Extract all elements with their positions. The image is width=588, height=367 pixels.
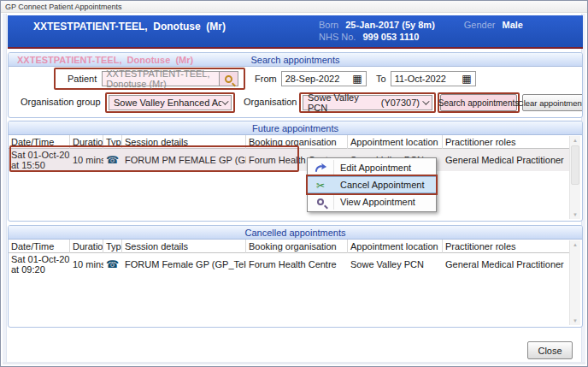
col-booking-organisation[interactable]: Booking organisation — [246, 135, 348, 149]
born-label: Born — [319, 20, 338, 30]
clear-appointments-button[interactable]: Clear appointments — [522, 94, 583, 111]
cancelled-section-header: Cancelled appointments — [9, 226, 582, 240]
search-section-header: XXTESTPATIENT-TEEL, Donotuse (Mr) Search… — [9, 53, 582, 67]
search-appointments-panel: XXTESTPATIENT-TEEL, Donotuse (Mr) Search… — [8, 52, 583, 118]
patient-name: XXTESTPATIENT-TEEL, Donotuse (Mr) — [33, 21, 226, 33]
cell-appointment-location: Sowe Valley PCN — [348, 259, 443, 269]
patient-label: Patient — [68, 74, 97, 84]
search-appointments-button[interactable]: Search appointments — [440, 94, 517, 111]
scroll-down-icon[interactable]: ▼ — [570, 317, 580, 325]
search-section-title: Search appointments — [251, 55, 340, 65]
cancel-icon: ✂ — [314, 180, 327, 192]
to-date-input[interactable]: 11-Oct-2022 ▦ — [391, 71, 476, 86]
future-table-header: Date/Time Duration Type Session details … — [9, 135, 570, 149]
from-date-value: 28-Sep-2022 — [285, 74, 340, 84]
scrollbar-thumb[interactable] — [571, 145, 579, 185]
cell-practitioner-roles: General Medical Practitioner — [443, 259, 570, 269]
col-session-details[interactable]: Session details — [122, 240, 246, 253]
scroll-up-icon[interactable]: ▲ — [570, 240, 580, 249]
annotation-box-patient: Patient XXTESTPATIENT-TEEL, Donotuse (Mr… — [54, 68, 245, 90]
cell-session-details: FORUM Female GP (GP_Telephone) — [122, 259, 246, 269]
nhs-value: 999 053 1110 — [362, 32, 419, 42]
menu-item-edit-appointment[interactable]: Edit Appointment — [308, 159, 436, 176]
calendar-icon[interactable]: ▦ — [462, 74, 471, 84]
ghost-artifact-text: XXTESTPATIENT-TEEL, Donotuse (Mr) — [17, 53, 193, 67]
org-group-label: Organisation group — [21, 97, 101, 107]
future-appointments-panel: Future appointments Date/Time Duration T… — [8, 121, 583, 222]
cell-booking-organisation: Forum Health Centre — [246, 259, 348, 269]
close-button[interactable]: Close — [527, 341, 573, 359]
patient-demographics: Born 25-Jan-2017 (5y 8m) Gender Male NHS… — [319, 20, 576, 44]
organisation-value: Sowe Valley PCN — [308, 92, 381, 113]
col-practitioner-roles[interactable]: Practitioner roles — [443, 240, 570, 253]
calendar-icon[interactable]: ▦ — [352, 74, 362, 84]
col-type[interactable]: Type — [103, 135, 122, 149]
gender-value: Male — [503, 20, 523, 30]
org-label: Organisation — [244, 97, 297, 107]
col-appointment-location[interactable]: Appointment location — [348, 135, 443, 149]
org-group-value: Sowe Valley Enhanced Access Hub — [114, 98, 221, 108]
gp-connect-dialog: GP Connect Patient Appointments XXTESTPA… — [0, 0, 588, 367]
organisation-dropdown[interactable]: Sowe Valley PCN (Y07307) — [303, 95, 432, 110]
menu-item-view-appointment[interactable]: View Appointment — [308, 193, 436, 210]
patient-input-value: XXTESTPATIENT-TEEL, Donotuse (Mr) — [106, 68, 215, 89]
from-field-group: From 28-Sep-2022 ▦ — [255, 71, 367, 86]
cell-date-time: Sat 01-Oct-2022 at 09:20 — [9, 254, 70, 275]
close-button-label: Close — [538, 346, 562, 356]
future-appointment-row[interactable]: Sat 01-Oct-2022 at 15:50 10 mins ☎ FORUM… — [9, 149, 570, 171]
menu-item-label: View Appointment — [340, 197, 415, 207]
born-value: 25-Jan-2017 (5y 8m) — [345, 20, 435, 30]
menu-item-cancel-appointment[interactable]: ✂ Cancel Appointment — [308, 176, 436, 193]
window-title: GP Connect Patient Appointments — [5, 3, 121, 11]
cancelled-section-title: Cancelled appointments — [244, 228, 345, 238]
window-titlebar[interactable]: GP Connect Patient Appointments — [1, 1, 587, 13]
magnifier-icon — [225, 75, 232, 83]
col-practitioner-roles[interactable]: Practitioner roles — [443, 135, 570, 149]
future-table-scrollbar[interactable]: ▲ ▼ — [569, 136, 580, 219]
from-label: From — [255, 74, 277, 84]
menu-item-label: Cancel Appointment — [340, 180, 424, 190]
future-section-header: Future appointments — [9, 121, 582, 135]
col-booking-organisation[interactable]: Booking organisation — [246, 240, 348, 253]
future-section-title: Future appointments — [252, 123, 338, 133]
clear-appointments-button-label: Clear appointments — [518, 98, 583, 108]
cancelled-appointments-panel: Cancelled appointments Date/Time Duratio… — [8, 225, 583, 328]
patient-input[interactable]: XXTESTPATIENT-TEEL, Donotuse (Mr) — [102, 71, 220, 86]
telephone-icon: ☎ — [103, 258, 122, 270]
col-duration[interactable]: Duration — [70, 135, 103, 149]
scroll-up-icon[interactable]: ▲ — [570, 136, 580, 145]
search-appointments-button-label: Search appointments — [438, 98, 520, 108]
telephone-icon: ☎ — [103, 154, 122, 166]
nhs-label: NHS No. — [319, 32, 356, 42]
annotation-box-organisation: Sowe Valley PCN (Y07307) — [299, 92, 436, 113]
edit-icon — [314, 162, 327, 174]
patient-search-button[interactable] — [220, 71, 238, 86]
appointment-context-menu: Edit Appointment ✂ Cancel Appointment Vi… — [307, 157, 437, 212]
from-date-input[interactable]: 28-Sep-2022 ▦ — [281, 71, 367, 86]
cell-practitioner-roles: General Medical Practitioner — [443, 155, 570, 165]
view-icon — [314, 196, 327, 208]
annotation-box-search-button: Search appointments — [438, 92, 520, 113]
to-date-value: 11-Oct-2022 — [395, 74, 446, 84]
cancelled-appointment-row[interactable]: Sat 01-Oct-2022 at 09:20 10 mins ☎ FORUM… — [9, 253, 570, 275]
col-appointment-location[interactable]: Appointment location — [348, 240, 443, 253]
scroll-down-icon[interactable]: ▼ — [570, 210, 580, 219]
to-field-group: To 11-Oct-2022 ▦ — [376, 71, 476, 86]
chevron-down-icon — [221, 98, 228, 104]
annotation-box-org-group: Sowe Valley Enhanced Access Hub — [105, 92, 235, 113]
col-date-time[interactable]: Date/Time — [9, 240, 70, 253]
window-frame-left — [3, 14, 7, 363]
cancelled-table-scrollbar[interactable]: ▲ ▼ — [569, 240, 580, 325]
cell-date-time: Sat 01-Oct-2022 at 15:50 — [9, 150, 70, 170]
gender-label: Gender — [464, 20, 496, 30]
org-group-dropdown[interactable]: Sowe Valley Enhanced Access Hub — [109, 95, 232, 110]
cell-duration: 10 mins — [70, 155, 103, 165]
cell-duration: 10 mins — [70, 259, 103, 269]
col-session-details[interactable]: Session details — [122, 135, 246, 149]
col-date-time[interactable]: Date/Time — [9, 135, 70, 149]
col-type[interactable]: Type — [103, 240, 122, 253]
organisation-code: (Y07307) — [381, 98, 420, 108]
chevron-down-icon — [422, 98, 429, 104]
patient-banner: XXTESTPATIENT-TEEL, Donotuse (Mr) Born 2… — [8, 15, 583, 49]
col-duration[interactable]: Duration — [70, 240, 103, 253]
